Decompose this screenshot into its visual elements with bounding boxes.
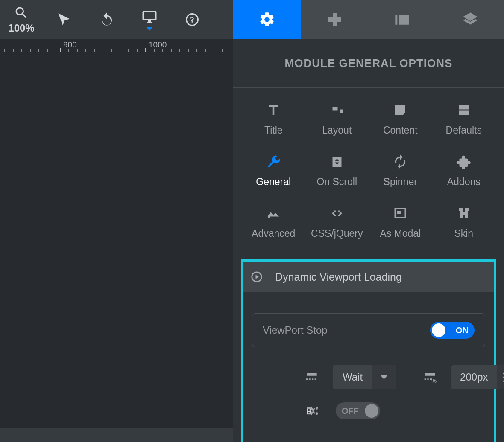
dynamic-viewport-loading-card: Dynamic Viewport Loading ViewPort Stop O… xyxy=(241,259,496,442)
layout-icon xyxy=(329,102,345,118)
zoom-tool[interactable]: 100% xyxy=(0,0,43,39)
tab-layers[interactable] xyxy=(437,0,504,39)
zoom-label: 100% xyxy=(8,22,34,34)
card-body: ViewPort Stop ON Wait xyxy=(243,292,494,442)
device-tool[interactable] xyxy=(128,0,171,39)
offset-value: 200px xyxy=(451,365,496,389)
section-defaults[interactable]: Defaults xyxy=(432,102,496,136)
viewport-stop-label: ViewPort Stop xyxy=(263,324,328,336)
panel-title: MODULE GENERAL OPTIONS xyxy=(285,57,453,70)
card-title: Dynamic Viewport Loading xyxy=(275,271,402,283)
offset-input[interactable]: 200px xyxy=(451,365,504,389)
section-skin[interactable]: Skin xyxy=(432,206,496,239)
skin-icon xyxy=(456,206,472,221)
height-icon: H xyxy=(303,401,323,421)
toggle-knob xyxy=(365,404,378,418)
section-label: General xyxy=(256,176,291,188)
section-advanced[interactable]: Advanced xyxy=(242,206,305,239)
gear-icon xyxy=(258,11,275,28)
section-content[interactable]: Content xyxy=(369,102,432,136)
tab-navigation[interactable] xyxy=(301,0,369,39)
cursor-icon xyxy=(56,12,72,27)
section-general[interactable]: General xyxy=(242,154,305,188)
offset-icon: % xyxy=(422,367,439,387)
desktop-icon xyxy=(142,9,157,24)
editor-canvas[interactable] xyxy=(0,52,233,428)
svg-text:H: H xyxy=(307,407,312,416)
advanced-icon xyxy=(266,206,281,221)
section-css-jquery[interactable]: CSS/jQuery xyxy=(305,206,369,239)
option-row-1: Wait % 200px xyxy=(303,365,485,389)
ruler-mark-1000: 1000 xyxy=(149,40,167,49)
ruler-mark-900: 900 xyxy=(63,40,77,49)
layers-icon xyxy=(462,11,479,28)
section-layout[interactable]: Layout xyxy=(305,102,369,136)
bottom-bar xyxy=(0,428,233,442)
section-label: On Scroll xyxy=(316,176,357,188)
ruler: 900 1000 xyxy=(0,39,233,52)
help-tool[interactable] xyxy=(171,0,214,39)
section-label: Spinner xyxy=(384,176,417,188)
section-label: Defaults xyxy=(446,125,482,136)
tab-settings[interactable] xyxy=(233,0,301,39)
modal-icon xyxy=(393,206,408,221)
section-title[interactable]: Title xyxy=(242,102,305,136)
wait-select-caret xyxy=(372,365,396,389)
play-circle-icon xyxy=(250,270,263,283)
height-toggle[interactable]: OFF xyxy=(336,402,380,419)
section-on-scroll[interactable]: On Scroll xyxy=(305,154,369,188)
help-icon xyxy=(185,12,200,27)
section-grid: Title Layout Content Defaults General On… xyxy=(233,88,504,258)
right-panel: MODULE GENERAL OPTIONS Title Layout Cont… xyxy=(233,0,504,442)
tab-slides[interactable] xyxy=(369,0,437,39)
section-label: Layout xyxy=(322,125,352,136)
on-scroll-icon xyxy=(329,154,345,169)
panel-header: MODULE GENERAL OPTIONS xyxy=(233,39,504,88)
section-label: As Modal xyxy=(380,228,421,239)
svg-text:%: % xyxy=(431,378,437,384)
undo-tool[interactable] xyxy=(85,0,128,39)
viewport-stop-field: ViewPort Stop ON xyxy=(252,313,485,347)
dpad-icon xyxy=(326,11,343,28)
spinner-icon xyxy=(393,154,408,169)
toggle-on-label: ON xyxy=(456,326,469,335)
section-label: Advanced xyxy=(252,228,295,239)
card-header[interactable]: Dynamic Viewport Loading xyxy=(243,262,494,292)
top-toolbar: 100% xyxy=(0,0,233,39)
toggle-off-label: OFF xyxy=(342,406,359,416)
slides-icon xyxy=(394,11,411,28)
section-label: CSS/jQuery xyxy=(311,228,363,239)
toggle-knob xyxy=(432,323,445,337)
section-as-modal[interactable]: As Modal xyxy=(369,206,432,239)
wait-select-value: Wait xyxy=(333,371,372,383)
panel-tabs xyxy=(233,0,504,39)
cursor-tool[interactable] xyxy=(43,0,85,39)
undo-icon xyxy=(99,12,114,27)
section-label: Content xyxy=(383,125,418,136)
zoom-icon xyxy=(14,5,29,20)
offset-more-button[interactable] xyxy=(497,365,504,389)
section-spinner[interactable]: Spinner xyxy=(369,154,432,188)
option-rows: Wait % 200px H xyxy=(252,365,485,421)
wrench-icon xyxy=(266,154,281,169)
option-row-2: H OFF xyxy=(303,401,485,421)
viewport-mode-icon xyxy=(303,367,320,387)
code-icon xyxy=(329,206,345,221)
wait-select[interactable]: Wait xyxy=(333,365,396,389)
section-label: Title xyxy=(264,125,283,136)
title-icon xyxy=(266,102,281,118)
addons-icon xyxy=(456,154,472,169)
content-icon xyxy=(393,102,408,118)
defaults-icon xyxy=(456,102,472,118)
section-addons[interactable]: Addons xyxy=(432,154,496,188)
viewport-stop-toggle[interactable]: ON xyxy=(430,322,475,339)
section-label: Skin xyxy=(454,228,473,239)
section-label: Addons xyxy=(447,176,481,188)
